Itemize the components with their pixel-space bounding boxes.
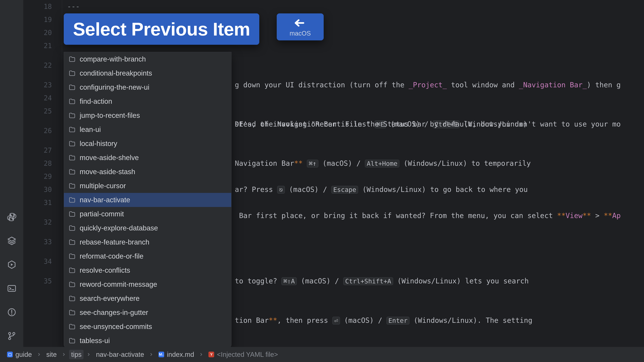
breadcrumb-item[interactable]: M↓ index.md xyxy=(156,350,196,359)
line-number: 29 xyxy=(24,170,62,183)
popup-item[interactable]: partial-commit xyxy=(64,207,231,221)
shortcut-badge: macOS xyxy=(277,13,324,40)
popup-item[interactable]: move-aside-shelve xyxy=(64,151,231,165)
popup-item-label: see-changes-in-gutter xyxy=(80,309,148,317)
folder-icon xyxy=(68,225,76,232)
svg-point-3 xyxy=(8,338,11,340)
terminal-icon xyxy=(7,283,17,294)
popup-item[interactable]: compare-with-branch xyxy=(64,52,231,66)
shortcut-os-label: macOS xyxy=(290,30,311,37)
popup-item-label: multiple-cursor xyxy=(80,182,126,190)
module-icon: ▢ xyxy=(7,352,13,357)
breadcrumb-label: index.md xyxy=(167,351,194,358)
line-number: 26 xyxy=(24,118,62,144)
popup-item[interactable]: configuring-the-new-ui xyxy=(64,80,231,94)
popup-item[interactable]: search-everywhere xyxy=(64,292,231,306)
chevron-right-icon xyxy=(149,352,154,357)
breadcrumb-label: tips xyxy=(71,351,82,358)
chevron-right-icon xyxy=(86,352,91,357)
popup-item-label: lean-ui xyxy=(80,125,101,134)
popup-item-label: tabless-ui xyxy=(80,337,110,345)
folder-icon xyxy=(68,239,76,246)
line-number: 34 xyxy=(24,248,62,275)
popup-item[interactable]: tabless-ui xyxy=(64,334,231,348)
breadcrumb-label: <Injected YAML file> xyxy=(217,351,278,358)
git-branch-icon xyxy=(7,331,17,341)
folder-icon xyxy=(68,196,76,203)
line-number: 21 xyxy=(24,39,62,52)
svg-point-2 xyxy=(8,333,11,335)
services-icon xyxy=(7,260,17,270)
line-number: 19 xyxy=(24,13,62,26)
breadcrumb-item[interactable]: site xyxy=(44,350,59,359)
popup-item[interactable]: conditional-breakpoints xyxy=(64,66,231,80)
popup-item-label: conditional-breakpoints xyxy=(80,69,152,77)
line-number: 35 xyxy=(24,275,62,288)
popup-item[interactable]: resolve-conflicts xyxy=(64,263,231,277)
folder-icon xyxy=(68,295,76,302)
folder-icon xyxy=(68,211,76,218)
folder-icon xyxy=(68,182,76,189)
line-number: 23 xyxy=(24,78,62,91)
breadcrumb-item-active[interactable]: tips xyxy=(69,350,84,359)
popup-item-label: configuring-the-new-ui xyxy=(80,83,150,91)
popup-item-label: reword-commit-message xyxy=(80,280,157,289)
line-number: 25 xyxy=(24,105,62,118)
folder-icon xyxy=(68,281,76,288)
breadcrumb-item[interactable]: Y <Injected YAML file> xyxy=(206,350,280,359)
python-console-button[interactable] xyxy=(6,211,18,223)
folder-icon xyxy=(68,267,76,274)
folder-icon xyxy=(68,168,76,175)
breadcrumb-label: nav-bar-activate xyxy=(96,351,144,358)
folder-icon xyxy=(68,140,76,147)
popup-item[interactable]: multiple-cursor xyxy=(64,179,231,193)
breadcrumb-bar: ▢ guide site tips nav-bar-activate M↓ in… xyxy=(0,347,644,362)
terminal-button[interactable] xyxy=(6,283,18,294)
popup-item-label: move-aside-stash xyxy=(80,168,135,176)
popup-item[interactable]: quickly-explore-database xyxy=(64,221,231,235)
line-number: 30 xyxy=(24,183,62,196)
problems-button[interactable] xyxy=(6,306,18,318)
popup-item-label: move-aside-shelve xyxy=(80,154,139,162)
folder-icon xyxy=(68,126,76,133)
version-control-button[interactable] xyxy=(6,330,18,342)
popup-item[interactable]: rebase-feature-branch xyxy=(64,235,231,249)
folder-icon xyxy=(68,154,76,161)
line-number: 22 xyxy=(24,52,62,78)
markdown-file-icon: M↓ xyxy=(158,352,164,357)
database-button[interactable] xyxy=(6,235,18,247)
popup-item[interactable]: see-changes-in-gutter xyxy=(64,306,231,320)
problems-icon xyxy=(7,307,17,317)
folder-icon xyxy=(68,253,76,260)
folder-icon xyxy=(68,323,76,330)
line-number: 24 xyxy=(24,91,62,105)
popup-item[interactable]: see-unsynced-commits xyxy=(64,320,231,334)
line-number: 27 xyxy=(24,144,62,157)
popup-item[interactable]: move-aside-stash xyxy=(64,165,231,179)
folder-icon xyxy=(68,70,76,77)
popup-item[interactable]: jump-to-recent-files xyxy=(64,108,231,122)
popup-item-label: resolve-conflicts xyxy=(80,266,130,274)
popup-item[interactable]: local-history xyxy=(64,137,231,151)
line-number: 33 xyxy=(24,235,62,248)
popup-item-label: partial-commit xyxy=(80,210,124,218)
action-tooltip: Select Previous Item xyxy=(64,13,259,45)
breadcrumb-item[interactable]: nav-bar-activate xyxy=(94,350,146,359)
services-button[interactable] xyxy=(6,259,18,271)
chevron-right-icon xyxy=(199,352,204,357)
chevron-right-icon xyxy=(62,352,66,357)
popup-item-label: find-action xyxy=(80,97,112,105)
arrow-left-icon xyxy=(292,17,308,29)
popup-item-label: local-history xyxy=(80,140,117,148)
folder-icon xyxy=(68,56,76,63)
popup-item[interactable]: reformat-code-or-file xyxy=(64,249,231,263)
line-number: 31 xyxy=(24,196,62,209)
popup-item[interactable]: lean-ui xyxy=(64,122,231,137)
folder-icon xyxy=(68,337,76,344)
popup-item[interactable]: find-action xyxy=(64,94,231,108)
popup-item[interactable]: reword-commit-message xyxy=(64,277,231,292)
folder-icon xyxy=(68,84,76,91)
breadcrumb-item[interactable]: ▢ guide xyxy=(5,350,34,359)
svg-point-4 xyxy=(13,333,15,335)
popup-item[interactable]: nav-bar-activate xyxy=(64,193,231,207)
